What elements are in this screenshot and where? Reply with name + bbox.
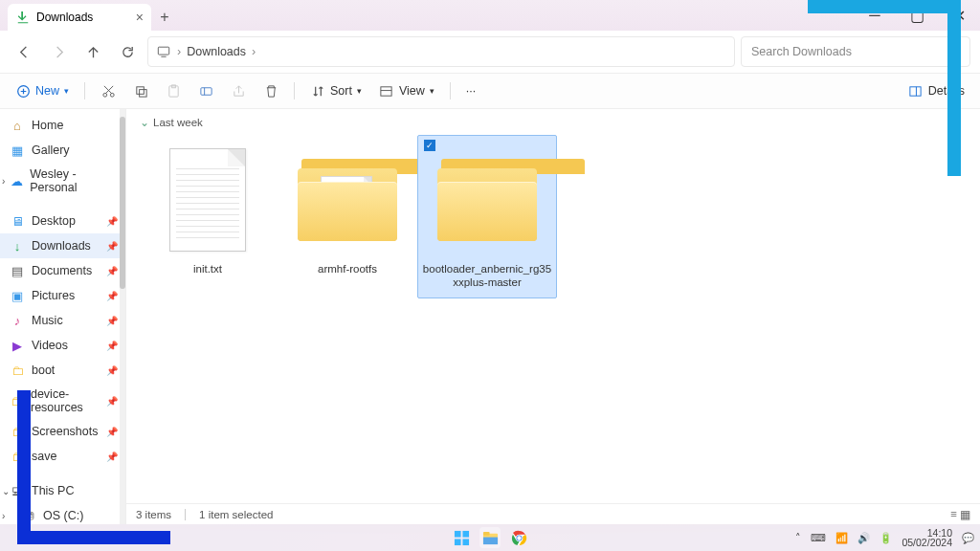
svg-rect-10 [910, 86, 921, 95]
nav-videos[interactable]: ▶Videos📌 [0, 333, 125, 358]
chevron-down-icon: ▾ [357, 86, 362, 96]
view-button[interactable]: View ▾ [373, 79, 440, 102]
view-label: View [399, 84, 425, 98]
close-window-button[interactable]: ✕ [938, 0, 980, 31]
paste-icon [166, 83, 181, 99]
item-count: 3 items [136, 509, 171, 520]
folder-item[interactable]: ✓ armhf-rootfs [278, 135, 417, 284]
nav-save[interactable]: 🗀save📌 [0, 444, 125, 469]
file-item[interactable]: ✓ init.txt [138, 135, 278, 284]
share-icon [231, 83, 246, 99]
share-button[interactable] [225, 79, 252, 102]
details-label: Details [928, 84, 965, 98]
status-bar: 3 items 1 item selected ≡ ▦ [126, 503, 980, 524]
copy-icon [133, 83, 148, 99]
grid-view-icon[interactable]: ▦ [960, 508, 970, 521]
gallery-icon: ▦ [10, 143, 25, 158]
nav-os-c[interactable]: ›⛃OS (C:) [0, 503, 125, 524]
volume-icon[interactable]: 🔊 [858, 532, 870, 544]
chevron-icon: › [252, 45, 256, 58]
svg-rect-4 [136, 86, 144, 94]
more-button[interactable]: ··· [460, 80, 481, 101]
cut-button[interactable] [95, 79, 122, 102]
expand-icon[interactable]: ⌄ [2, 486, 10, 496]
window-tab[interactable]: Downloads × [8, 4, 151, 31]
item-grid: ✓ init.txt ✓ armhf-rootfs ✓ [126, 133, 980, 300]
chevron-down-icon: ⌄ [140, 116, 149, 129]
desktop-icon: 🖥 [10, 213, 25, 229]
breadcrumb-current[interactable]: Downloads [187, 45, 246, 58]
maximize-button[interactable]: ▢ [896, 0, 938, 31]
group-header[interactable]: ⌄ Last week [126, 109, 980, 133]
list-view-icon[interactable]: ≡ [950, 508, 957, 521]
delete-button[interactable] [257, 79, 284, 102]
keyboard-icon[interactable]: ⌨ [811, 532, 826, 543]
details-pane-button[interactable]: Details [902, 79, 970, 102]
selection-count: 1 item selected [199, 509, 273, 520]
expand-icon[interactable]: › [2, 176, 5, 187]
address-bar: › Downloads › Search Downloads [0, 31, 980, 73]
toolbar: New ▾ Sort ▾ View ▾ ··· Details [0, 73, 980, 109]
close-tab-icon[interactable]: × [136, 10, 144, 25]
pin-icon: 📌 [106, 266, 118, 276]
details-pane-icon [908, 83, 924, 99]
nav-desktop[interactable]: 🖥Desktop📌 [0, 209, 125, 233]
chrome-taskbar-icon[interactable] [508, 527, 529, 548]
battery-icon[interactable]: 🔋 [880, 532, 892, 544]
nav-boot[interactable]: 🗀boot📌 [0, 358, 125, 383]
copy-button[interactable] [127, 79, 154, 102]
pin-icon: 📌 [106, 427, 118, 437]
minimize-button[interactable]: ─ [854, 0, 896, 31]
forward-button[interactable] [44, 37, 73, 66]
nav-screenshots[interactable]: 🗀Screenshots📌 [0, 419, 125, 444]
sort-button[interactable]: Sort ▾ [304, 79, 368, 102]
pin-icon: 📌 [106, 341, 118, 351]
pin-icon: 📌 [106, 396, 118, 407]
nav-onedrive[interactable]: ›☁Wesley - Personal [0, 163, 125, 199]
new-button[interactable]: New ▾ [10, 79, 75, 102]
folder-item[interactable]: ✓ bootloader_anbernic_rg35xxplus-master [417, 135, 557, 298]
trash-icon [263, 83, 278, 99]
expand-icon[interactable]: › [2, 511, 5, 521]
new-tab-button[interactable]: + [151, 4, 178, 31]
tab-title: Downloads [36, 11, 93, 24]
paste-button[interactable] [160, 79, 187, 102]
folder-icon [431, 143, 544, 256]
nav-device-resources[interactable]: 🗀device-resources📌 [0, 383, 125, 419]
nav-music[interactable]: ♪Music📌 [0, 308, 125, 333]
up-button[interactable] [78, 37, 107, 66]
search-input[interactable]: Search Downloads [741, 36, 970, 67]
nav-pictures[interactable]: ▣Pictures📌 [0, 283, 125, 308]
notifications-icon[interactable]: 💬 [962, 532, 974, 544]
nav-documents[interactable]: ▤Documents📌 [0, 258, 125, 283]
file-explorer-window: Downloads × + ─ ▢ ✕ › Downloads › [0, 0, 980, 524]
pin-icon: 📌 [106, 241, 118, 252]
refresh-button[interactable] [113, 37, 142, 66]
more-icon: ··· [466, 84, 476, 98]
content-area: ⌄ Last week ✓ init.txt ✓ armhf-rootfs [126, 109, 980, 524]
explorer-taskbar-icon[interactable] [479, 527, 501, 548]
nav-this-pc[interactable]: ⌄🖳This PC [0, 478, 125, 503]
start-button[interactable] [451, 527, 472, 548]
nav-scrollbar[interactable] [120, 109, 125, 524]
plus-circle-icon [15, 83, 31, 99]
back-button[interactable] [10, 37, 38, 66]
clock[interactable]: 14:10 05/02/2024 [902, 528, 952, 548]
svg-rect-0 [158, 47, 168, 55]
new-label: New [35, 84, 59, 98]
pin-icon: 📌 [106, 365, 118, 376]
wifi-icon[interactable]: 📶 [835, 532, 848, 544]
svg-rect-16 [482, 531, 489, 535]
rename-button[interactable] [192, 79, 219, 102]
svg-rect-13 [454, 539, 460, 545]
breadcrumb[interactable]: › Downloads › [147, 36, 735, 67]
nav-downloads[interactable]: ↓Downloads📌 [0, 233, 125, 258]
nav-gallery[interactable]: ▦Gallery [0, 138, 125, 163]
nav-home[interactable]: ⌂Home [0, 113, 125, 138]
folder-icon: 🗀 [10, 449, 25, 464]
music-icon: ♪ [10, 313, 25, 328]
chevron-icon: › [177, 45, 181, 58]
group-label: Last week [153, 117, 203, 128]
svg-rect-9 [381, 86, 391, 95]
tray-chevron-icon[interactable]: ˄ [795, 532, 801, 543]
